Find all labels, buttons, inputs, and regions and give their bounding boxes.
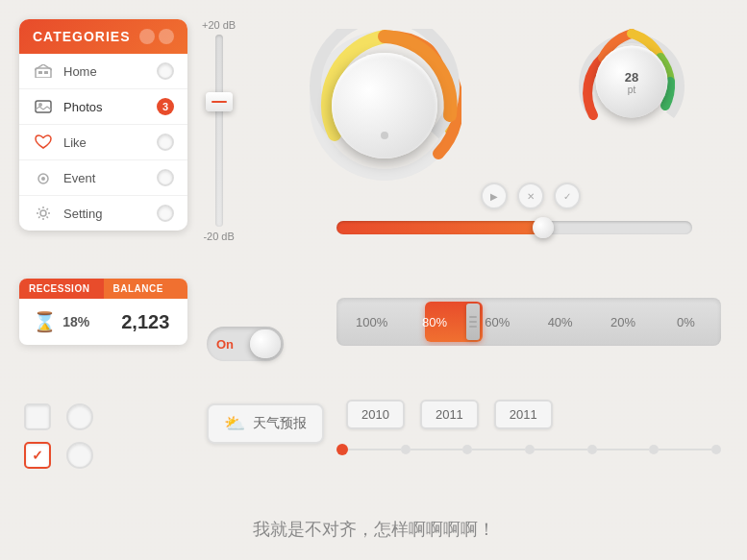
- seg-item-0[interactable]: 100%: [340, 315, 403, 329]
- h-slider-container: [336, 221, 692, 234]
- checkbox-unchecked[interactable]: [24, 403, 51, 430]
- vertical-slider-thumb[interactable]: [206, 92, 233, 111]
- handle-line-3: [469, 326, 477, 328]
- dot-line-1: [348, 449, 401, 450]
- toggle-container: On Off: [207, 327, 284, 361]
- sidebar-item-photos[interactable]: Photos 3: [19, 89, 187, 125]
- check-mark-icon: ✓: [32, 448, 43, 463]
- toggle-switch[interactable]: On Off: [207, 327, 284, 361]
- thumb-line: [212, 101, 227, 103]
- weather-button[interactable]: ⛅ 天气预报: [207, 403, 324, 444]
- dot-line-4: [535, 449, 587, 450]
- knob-dot: [381, 132, 388, 139]
- controls-row: ✓: [24, 403, 93, 469]
- dot-active[interactable]: [336, 444, 348, 455]
- close-icon: ✕: [527, 191, 535, 202]
- play-icon: ▶: [490, 191, 498, 202]
- play-button[interactable]: ▶: [481, 183, 508, 209]
- bottom-db-label: -20 dB: [203, 231, 234, 242]
- segmented-container: 100% 80% 60% 40% 20% 0%: [336, 298, 721, 346]
- year-btn-2[interactable]: 2011: [494, 400, 553, 429]
- svg-rect-2: [44, 71, 48, 74]
- toggle-knob[interactable]: [250, 329, 281, 358]
- segmented-bar[interactable]: 100% 80% 60% 40% 20% 0%: [336, 298, 721, 346]
- stats-box: RECESSION BALANCE ⌛ 18% 2,123: [19, 279, 187, 345]
- handle-line-2: [469, 321, 477, 323]
- radio-home[interactable]: [157, 62, 174, 80]
- photos-icon: [33, 99, 54, 114]
- weather-label: 天气预报: [253, 415, 307, 432]
- balance-header: BALANCE: [104, 279, 188, 299]
- main-container: CATEGORIES Home Photos 3: [0, 0, 747, 560]
- seg-item-5[interactable]: 0%: [655, 315, 717, 329]
- close-button[interactable]: ✕: [517, 183, 544, 209]
- dot-3[interactable]: [462, 445, 472, 454]
- handle-line-1: [469, 316, 477, 318]
- knob-value: 28: [625, 69, 638, 84]
- dot-line-3: [472, 449, 525, 450]
- top-db-label: +20 dB: [202, 19, 236, 31]
- sidebar-label-event: Event: [63, 171, 147, 185]
- knob-body[interactable]: [332, 53, 437, 158]
- radio-unchecked[interactable]: [66, 403, 93, 430]
- sidebar-item-setting[interactable]: Setting: [19, 196, 187, 231]
- stats-header: RECESSION BALANCE: [19, 279, 187, 299]
- home-icon: [33, 63, 54, 79]
- categories-panel: CATEGORIES Home Photos 3: [19, 19, 187, 231]
- sidebar-item-event[interactable]: Event: [19, 160, 187, 196]
- seg-item-4[interactable]: 20%: [591, 315, 654, 329]
- toggle-on-label: On: [216, 337, 234, 352]
- seg-item-3[interactable]: 40%: [529, 315, 591, 329]
- categories-header: CATEGORIES: [19, 19, 187, 54]
- svg-point-4: [38, 103, 42, 107]
- dot-2[interactable]: [401, 445, 411, 454]
- media-controls: ▶ ✕ ✓: [481, 183, 581, 209]
- setting-icon: [33, 206, 54, 221]
- weather-icon: ⛅: [224, 413, 245, 434]
- radio-setting[interactable]: [157, 205, 174, 222]
- radio-event[interactable]: [157, 169, 174, 186]
- vertical-slider-track[interactable]: [215, 35, 223, 227]
- svg-rect-0: [36, 68, 51, 78]
- sidebar-label-like: Like: [63, 135, 147, 150]
- dot-4[interactable]: [525, 445, 535, 454]
- progress-dots: [336, 444, 721, 455]
- dot-line-2: [411, 449, 463, 450]
- year-btn-1[interactable]: 2011: [420, 400, 479, 429]
- chinese-text: 我就是不对齐，怎样啊啊啊啊！: [253, 518, 495, 541]
- small-knob[interactable]: 28 pt: [574, 24, 689, 139]
- hourglass-icon: ⌛: [33, 310, 57, 333]
- svg-rect-1: [38, 71, 42, 74]
- large-knob[interactable]: [308, 29, 461, 183]
- dot-5[interactable]: [587, 445, 597, 454]
- dot-7[interactable]: [711, 445, 721, 454]
- dot-6[interactable]: [649, 445, 659, 454]
- year-buttons: 2010 2011 2011: [346, 400, 553, 429]
- sidebar-label-photos: Photos: [63, 100, 147, 114]
- svg-rect-3: [36, 101, 51, 112]
- check-button[interactable]: ✓: [554, 183, 581, 209]
- check-icon: ✓: [563, 191, 571, 202]
- header-icon-1: [139, 29, 155, 44]
- categories-title: CATEGORIES: [33, 29, 131, 44]
- svg-point-7: [40, 210, 46, 216]
- sidebar-label-home: Home: [63, 64, 147, 79]
- stats-body: ⌛ 18% 2,123: [19, 299, 187, 345]
- radio-like[interactable]: [157, 134, 174, 151]
- seg-item-1[interactable]: 80%: [403, 315, 465, 329]
- checkbox-checked[interactable]: ✓: [24, 442, 51, 469]
- balance-value: 2,123: [121, 311, 169, 333]
- sidebar-item-home[interactable]: Home: [19, 54, 187, 89]
- large-knob-container: [298, 19, 471, 192]
- event-icon: [33, 170, 54, 185]
- photos-badge: 3: [157, 98, 174, 115]
- header-icon-2: [159, 29, 174, 44]
- year-btn-0[interactable]: 2010: [346, 400, 405, 429]
- svg-point-6: [41, 177, 45, 181]
- sidebar-item-like[interactable]: Like: [19, 125, 187, 160]
- seg-handle[interactable]: [466, 304, 480, 340]
- h-slider-track[interactable]: [336, 221, 692, 234]
- small-knob-body[interactable]: 28 pt: [596, 46, 668, 118]
- h-slider-thumb[interactable]: [533, 217, 554, 238]
- radio-unchecked-2[interactable]: [66, 442, 93, 469]
